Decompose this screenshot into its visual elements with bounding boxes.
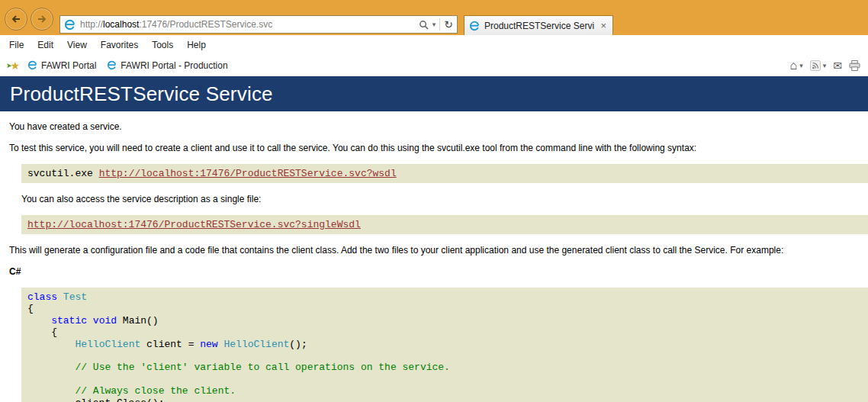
svcutil-command-prefix: svcutil.exe <box>27 168 99 179</box>
favorite-label: FAWRI Portal <box>41 60 96 71</box>
menu-bar: File Edit View Favorites Tools Help <box>0 35 868 55</box>
print-icon <box>849 60 860 71</box>
favorite-ie-icon <box>107 60 117 70</box>
address-divider <box>439 18 440 31</box>
favorites-star-icon: ★ <box>11 59 21 72</box>
feed-dropdown-icon[interactable]: ▾ <box>823 62 827 69</box>
menu-file[interactable]: File <box>2 40 31 50</box>
read-mail-button[interactable]: ✉ <box>833 60 842 71</box>
url-host: localhost <box>103 19 139 30</box>
home-button[interactable]: ⌂ ▾ <box>790 59 803 72</box>
home-dropdown-icon[interactable]: ▾ <box>799 62 803 69</box>
ie-icon <box>64 19 76 31</box>
single-wsdl-box: http://localhost:17476/ProductRESTServic… <box>21 215 868 234</box>
address-bar[interactable]: http://localhost:17476/ProductRESTServic… <box>59 15 458 34</box>
browser-window: http://localhost:17476/ProductRESTServic… <box>0 0 868 402</box>
favorite-ie-icon <box>27 60 37 70</box>
page-content: You have created a service. To test this… <box>0 121 868 402</box>
test-instructions-text: To test this service, you will need to c… <box>9 143 868 153</box>
page-header: ProductRESTService Service <box>0 76 868 111</box>
menu-help[interactable]: Help <box>180 40 213 50</box>
browser-command-icons: ⌂ ▾ ▾ ✉ <box>790 55 860 76</box>
home-icon: ⌂ <box>790 59 798 72</box>
single-wsdl-link[interactable]: http://localhost:17476/ProductRESTServic… <box>27 219 361 230</box>
browser-chrome: http://localhost:17476/ProductRESTServic… <box>0 0 868 35</box>
search-icon[interactable] <box>419 20 429 30</box>
menu-favorites[interactable]: Favorites <box>94 40 145 50</box>
language-label: C# <box>9 266 868 277</box>
search-dropdown-icon[interactable]: ▾ <box>432 21 436 28</box>
back-icon <box>10 13 22 25</box>
wsdl-link[interactable]: http://localhost:17476/ProductRESTServic… <box>99 168 397 179</box>
url-path: :17476/ProductRESTService.svc <box>139 19 272 30</box>
generate-text: This will generate a configuration file … <box>9 245 868 256</box>
url-protocol: http:// <box>80 19 103 30</box>
add-favorite-button[interactable]: ➤ ★ <box>6 59 20 72</box>
favorites-bar: ➤ ★ FAWRI Portal FAWRI Portal - Producti… <box>0 55 868 76</box>
feed-icon <box>810 60 821 71</box>
forward-button[interactable] <box>31 8 53 31</box>
mail-icon: ✉ <box>833 60 842 71</box>
intro-text: You have created a service. <box>9 121 868 132</box>
menu-tools[interactable]: Tools <box>145 40 180 50</box>
address-bar-controls: ▾ ↻ <box>419 18 453 31</box>
back-button[interactable] <box>5 8 27 31</box>
svcutil-command-box: svcutil.exe http://localhost:17476/Produ… <box>21 164 868 183</box>
favorite-link-fawri-portal-production[interactable]: FAWRI Portal - Production <box>107 60 227 71</box>
tab-close-icon[interactable]: × <box>599 20 608 31</box>
url-text[interactable]: http://localhost:17476/ProductRESTServic… <box>80 19 414 30</box>
menu-edit[interactable]: Edit <box>31 40 60 50</box>
feed-button[interactable]: ▾ <box>810 60 827 71</box>
tab-title: ProductRESTService Service <box>484 21 594 31</box>
favorite-label: FAWRI Portal - Production <box>121 60 227 71</box>
favorite-link-fawri-portal[interactable]: FAWRI Portal <box>27 60 96 71</box>
page-title: ProductRESTService Service <box>10 82 273 106</box>
print-button[interactable] <box>849 60 860 71</box>
browser-tab[interactable]: ProductRESTService Service × <box>464 15 613 35</box>
code-sample: class Test{ static void Main() { HelloCl… <box>21 288 868 402</box>
single-file-text: You can also access the service descript… <box>21 194 868 204</box>
refresh-icon[interactable]: ↻ <box>444 19 453 30</box>
menu-view[interactable]: View <box>60 40 94 50</box>
tab-favicon-ie-icon <box>469 21 480 31</box>
forward-icon <box>36 13 48 25</box>
